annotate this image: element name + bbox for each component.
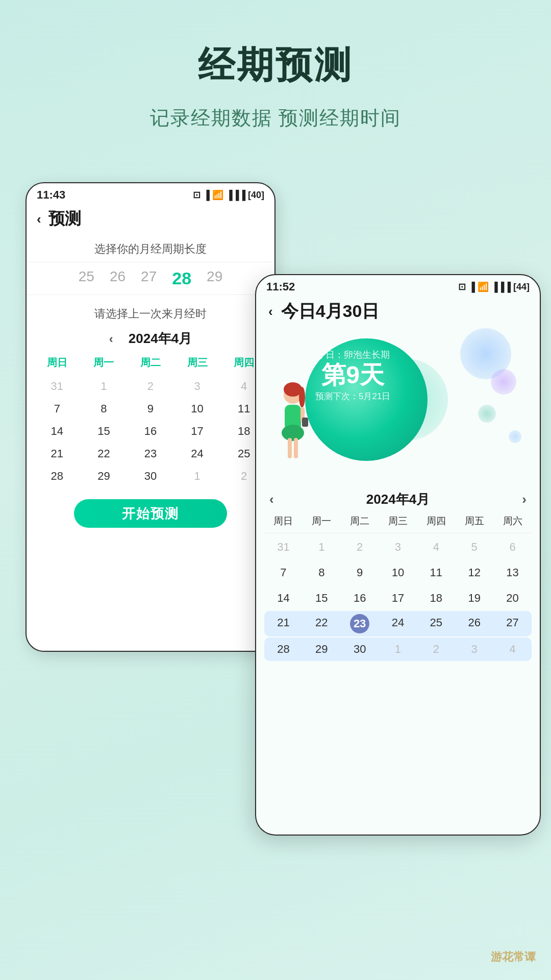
cal-day[interactable]: 16 bbox=[127, 421, 174, 442]
bubble-small-2 bbox=[478, 405, 496, 423]
cal2-day[interactable]: 2 bbox=[417, 638, 455, 661]
cal2-day[interactable]: 4 bbox=[493, 638, 532, 661]
cal2-day[interactable]: 6 bbox=[493, 535, 532, 559]
cal-day[interactable]: 31 bbox=[34, 376, 81, 397]
battery-icon: [40] bbox=[248, 190, 264, 201]
phone2-status-bar: 11:52 ⊡ ▐ 📶 ▐▐▐ [44] bbox=[256, 275, 540, 296]
cal-day[interactable]: 15 bbox=[81, 421, 128, 442]
phone2-cal-prev[interactable]: ‹ bbox=[269, 492, 274, 507]
phone2-time: 11:52 bbox=[266, 280, 295, 293]
battery-icon2: [44] bbox=[513, 282, 530, 292]
cal2-day[interactable]: 20 bbox=[493, 586, 532, 610]
cal-day[interactable]: 10 bbox=[174, 398, 221, 420]
cal2-day[interactable]: 7 bbox=[264, 561, 303, 584]
phones-container: 11:43 ⊡ ▐ 📶 ▐▐▐ [40] ‹ 预测 选择你的月经周期长度 25 … bbox=[0, 172, 551, 938]
phone1-cal-month: 2024年4月 bbox=[129, 330, 192, 348]
cal-day[interactable]: 23 bbox=[127, 443, 174, 464]
phone2-cal-row3: 14 15 16 17 18 19 20 bbox=[264, 586, 532, 610]
cal-day[interactable]: 22 bbox=[81, 443, 128, 464]
cal-day[interactable]: 2 bbox=[127, 376, 174, 397]
cycle-26[interactable]: 26 bbox=[110, 268, 126, 288]
cal2-day[interactable]: 5 bbox=[455, 535, 493, 559]
cal-day[interactable]: 21 bbox=[34, 443, 81, 464]
cycle-picker[interactable]: 25 26 27 28 29 bbox=[27, 262, 274, 295]
cal2-day[interactable]: 13 bbox=[493, 561, 532, 584]
cal-day[interactable]: 1 bbox=[81, 376, 128, 397]
cal2-day[interactable]: 28 bbox=[264, 638, 303, 661]
cal-day[interactable]: 14 bbox=[34, 421, 81, 442]
cal2-day[interactable]: 24 bbox=[379, 611, 417, 636]
cal2-day[interactable]: 1 bbox=[303, 535, 341, 559]
cal2-day[interactable]: 4 bbox=[417, 535, 455, 559]
cal2-day[interactable]: 8 bbox=[303, 561, 341, 584]
cal2-day[interactable]: 9 bbox=[341, 561, 379, 584]
cal2-day[interactable]: 30 bbox=[341, 638, 379, 661]
page-subtitle: 记录经期数据 预测经期时间 bbox=[0, 105, 551, 131]
cal2-day[interactable]: 17 bbox=[379, 586, 417, 610]
bubble-area: 今日：卵泡生长期 第9天 预测下次：5月21日 bbox=[264, 328, 532, 481]
cycle-25[interactable]: 25 bbox=[79, 268, 94, 288]
cal2-day[interactable]: 16 bbox=[341, 586, 379, 610]
today-circle[interactable]: 23 bbox=[350, 614, 369, 633]
svg-point-4 bbox=[282, 425, 304, 441]
cycle-29[interactable]: 29 bbox=[207, 268, 222, 288]
cal2-weekday-mon: 周一 bbox=[303, 512, 341, 530]
signal-icon: ▐▐▐ bbox=[226, 190, 245, 201]
cal-day[interactable]: 9 bbox=[127, 398, 174, 420]
cal2-day[interactable]: 26 bbox=[455, 611, 493, 636]
cal2-day[interactable]: 18 bbox=[417, 586, 455, 610]
cal2-day[interactable]: 25 bbox=[417, 611, 455, 636]
weekday-tue: 周二 bbox=[127, 354, 174, 372]
svg-point-2 bbox=[299, 387, 305, 407]
period-selector-label: 选择你的月经周期长度 bbox=[27, 236, 274, 262]
cal-day[interactable]: 24 bbox=[174, 443, 221, 464]
phone2-weekdays: 周日 周一 周二 周三 周四 周五 周六 bbox=[264, 512, 532, 533]
phone1-cal-header: ‹ 2024年4月 bbox=[27, 326, 274, 352]
phone2-cal-header: ‹ 2024年4月 › bbox=[264, 486, 532, 512]
vibrate-icon: ▐ bbox=[203, 190, 210, 201]
cal-day[interactable]: 8 bbox=[81, 398, 128, 420]
phone1-status-icons: ⊡ ▐ 📶 ▐▐▐ [40] bbox=[193, 189, 264, 201]
cal2-day[interactable]: 11 bbox=[417, 561, 455, 584]
signal-icon2: ▐▐▐ bbox=[491, 282, 511, 292]
cal2-day[interactable]: 3 bbox=[379, 535, 417, 559]
cal2-day[interactable]: 29 bbox=[303, 638, 341, 661]
phone2-cal-next[interactable]: › bbox=[522, 492, 527, 507]
cal2-day[interactable]: 22 bbox=[303, 611, 341, 636]
vibrate-icon2: ▐ bbox=[468, 282, 475, 292]
cal2-day[interactable]: 14 bbox=[264, 586, 303, 610]
cal-day[interactable]: 1 bbox=[174, 465, 221, 487]
cal2-day[interactable]: 19 bbox=[455, 586, 493, 610]
cal2-day[interactable]: 1 bbox=[379, 638, 417, 661]
cal-day[interactable]: 30 bbox=[127, 465, 174, 487]
bubble-small-3 bbox=[509, 430, 521, 443]
bubble-content: 今日：卵泡生长期 第9天 预测下次：5月21日 bbox=[315, 349, 390, 402]
calendar-label: 请选择上一次来月经时 bbox=[27, 300, 274, 326]
cycle-28[interactable]: 28 bbox=[172, 268, 191, 288]
cal2-day[interactable]: 12 bbox=[455, 561, 493, 584]
cal-day[interactable]: 28 bbox=[34, 465, 81, 487]
cal-day[interactable]: 7 bbox=[34, 398, 81, 420]
phone1-back-button[interactable]: ‹ bbox=[37, 211, 41, 227]
cal2-day[interactable]: 27 bbox=[493, 611, 532, 636]
watermark: 游花常谭 bbox=[491, 949, 536, 965]
svg-rect-8 bbox=[302, 418, 308, 427]
phone2-back-button[interactable]: ‹ bbox=[268, 304, 273, 320]
phone2-cal-row1: 31 1 2 3 4 5 6 bbox=[264, 535, 532, 559]
cycle-27[interactable]: 27 bbox=[141, 268, 157, 288]
cal2-day[interactable]: 3 bbox=[455, 638, 493, 661]
cal2-day[interactable]: 31 bbox=[264, 535, 303, 559]
cal2-day[interactable]: 15 bbox=[303, 586, 341, 610]
cal2-day[interactable]: 21 bbox=[264, 611, 303, 636]
cal2-day[interactable]: 10 bbox=[379, 561, 417, 584]
cal-day[interactable]: 3 bbox=[174, 376, 221, 397]
phone1-cal-prev[interactable]: ‹ bbox=[109, 332, 113, 346]
cal-day[interactable]: 29 bbox=[81, 465, 128, 487]
start-prediction-button[interactable]: 开始预测 bbox=[74, 499, 227, 528]
cal2-weekday-thu: 周四 bbox=[417, 512, 455, 530]
cal-day[interactable]: 17 bbox=[174, 421, 221, 442]
cal2-weekday-fri: 周五 bbox=[455, 512, 493, 530]
phone1-time: 11:43 bbox=[37, 188, 65, 202]
phone1-device: 11:43 ⊡ ▐ 📶 ▐▐▐ [40] ‹ 预测 选择你的月经周期长度 25 … bbox=[26, 182, 276, 652]
cal2-day[interactable]: 2 bbox=[341, 535, 379, 559]
